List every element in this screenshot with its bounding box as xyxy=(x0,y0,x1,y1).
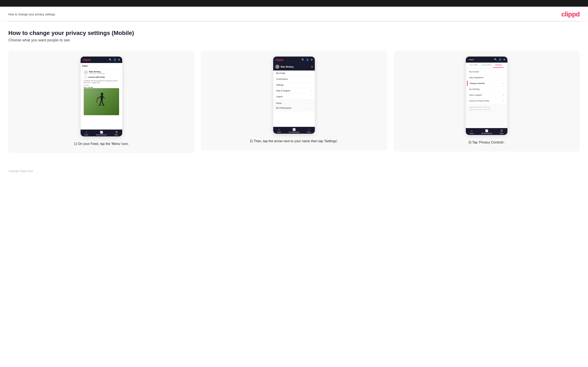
phone1-feed-label: Feed xyxy=(82,65,121,67)
phone2-help-support[interactable]: Help & Support ↗ xyxy=(273,88,315,94)
home-icon: ⌂ xyxy=(471,129,472,132)
phone2-nav-performance[interactable]: 📈 My Performance xyxy=(289,128,299,133)
tab-settings[interactable]: Settings xyxy=(493,63,503,67)
phone3-nav-menu[interactable]: ☰ Menu xyxy=(500,129,504,134)
phone2-my-profile[interactable]: My Profile xyxy=(273,70,315,76)
phone3-icons: 🔍 👤 ⚙ xyxy=(494,58,505,61)
performance-icon: 📈 xyxy=(100,131,103,134)
phone2-user-left: Blair McHarg xyxy=(275,65,294,69)
phone3-nav-home[interactable]: ⌂ Home xyxy=(470,129,474,134)
phone3-service-privacy[interactable]: Service & Privacy Policy ↗ xyxy=(467,98,506,104)
phone2-body: Blair McHarg ⇧ My Profile Connections Se… xyxy=(273,63,315,134)
phone2-home-label: Home xyxy=(277,131,281,133)
version-line1: Clippd Client Version: 2022.8.3-3 xyxy=(469,106,504,108)
phone2-connections[interactable]: Connections xyxy=(273,76,315,82)
phone1-body: Feed Blair McHarg Yesterday · Sunningdal… xyxy=(81,63,122,130)
step-2-card: clippd 🔍 👤 ⚙ Blair McHarg xyxy=(201,51,387,150)
tab-connections[interactable]: Connections xyxy=(480,63,493,67)
home-icon: ⌂ xyxy=(86,131,87,134)
phone2-mockup: clippd 🔍 👤 ⚙ Blair McHarg xyxy=(273,57,315,134)
phone1-nav-menu[interactable]: ☰ Menu xyxy=(114,131,118,136)
phone2-performance-label: My Performance xyxy=(289,131,299,133)
chevron-up-icon[interactable]: ⇧ xyxy=(311,66,313,68)
step1-caption: 1) On your Feed, tap the 'Menu' icon. xyxy=(74,142,129,146)
help-support-label: Help & Support xyxy=(469,94,482,96)
phone1-post: Blair McHarg Yesterday · Sunningdale Les… xyxy=(82,69,121,117)
phone1-user-row: Blair McHarg Yesterday · Sunningdale xyxy=(84,70,119,75)
menu-icon: ☰ xyxy=(501,129,503,132)
svg-line-2 xyxy=(97,96,101,99)
phone2-logout[interactable]: Logout xyxy=(273,94,315,100)
close-icon: ✕ xyxy=(308,128,310,131)
svg-line-6 xyxy=(102,100,103,105)
svg-point-0 xyxy=(101,93,103,95)
phone2-home-item[interactable]: Home ⌄ xyxy=(276,101,312,106)
settings-icon[interactable]: ⚙ xyxy=(311,58,313,61)
phone2-icons: 🔍 👤 ⚙ xyxy=(302,58,313,61)
page-subheading: Choose what you want people to see xyxy=(8,38,580,42)
phone1-nav-home[interactable]: ⌂ Home xyxy=(84,131,88,136)
performance-section-label: My Performance xyxy=(276,107,291,109)
steps-container: clippd 🔍 👤 ⚙ Feed Blai xyxy=(8,51,580,153)
step3-caption: 3) Tap 'Privacy Controls'. xyxy=(468,140,505,145)
svg-line-5 xyxy=(100,100,101,105)
logout-label: Logout xyxy=(276,95,283,98)
phone1-logo: clippd xyxy=(83,58,91,61)
phone3-my-account[interactable]: My Account › xyxy=(467,69,506,75)
phone1-golf-image xyxy=(84,88,119,115)
phone3-my-golf-bag[interactable]: My Golf Bag › xyxy=(467,86,506,92)
my-account-label: My Account xyxy=(469,71,479,73)
back-button[interactable]: < Back xyxy=(468,59,474,61)
phone1-performance-label: My Performance xyxy=(96,134,107,136)
phone3-help-support[interactable]: Help & Support ↗ xyxy=(467,92,506,98)
data-integrations-label: Data Integrations xyxy=(469,76,484,79)
footer: Copyright Clippd 2022 xyxy=(0,166,588,177)
phone2-user-row[interactable]: Blair McHarg ⇧ xyxy=(273,63,315,70)
user-icon[interactable]: 👤 xyxy=(306,58,309,61)
user-icon[interactable]: 👤 xyxy=(113,58,116,61)
chevron-down-icon-2: ⌄ xyxy=(310,107,312,109)
chevron-down-icon: ⌄ xyxy=(310,102,312,104)
connections-label: Connections xyxy=(276,78,288,80)
phone2-user-avatar xyxy=(275,65,279,69)
phone3-bottom-nav: ⌂ Home 📈 My Performance ☰ Menu xyxy=(466,128,507,135)
phone2-nav-menu[interactable]: ✕ Menu xyxy=(307,128,311,133)
settings-icon[interactable]: ⚙ xyxy=(503,58,505,61)
step-1-card: clippd 🔍 👤 ⚙ Feed Blai xyxy=(8,51,194,153)
phone3-privacy-controls[interactable]: Privacy Controls › xyxy=(467,81,506,86)
phone1-mockup: clippd 🔍 👤 ⚙ Feed Blai xyxy=(81,57,122,136)
logo[interactable]: clippd xyxy=(561,10,580,18)
phone2-performance-item[interactable]: My Performance ⌄ xyxy=(276,106,312,110)
svg-point-8 xyxy=(103,105,104,106)
chevron-right-icon: › xyxy=(503,88,504,90)
external-link-icon: ↗ xyxy=(311,90,312,92)
phone3-body: My Account › Data Integrations › Privacy… xyxy=(466,68,507,128)
tab-my-profile[interactable]: My Profile xyxy=(468,63,480,67)
user-icon[interactable]: 👤 xyxy=(499,58,502,61)
settings-icon[interactable]: ⚙ xyxy=(118,58,120,61)
phone2-menu-label: Menu xyxy=(307,131,311,133)
phone2-nav-home[interactable]: ⌂ Home xyxy=(277,128,281,133)
phone3-navbar: < Back 🔍 👤 ⚙ xyxy=(466,57,507,63)
phone2-settings[interactable]: Settings xyxy=(273,82,315,88)
phone1-duration-value: 01 hr : 30 min xyxy=(84,87,119,88)
search-icon[interactable]: 🔍 xyxy=(109,58,112,61)
phone3-home-label: Home xyxy=(470,133,474,134)
phone1-nav-performance[interactable]: 📈 My Performance xyxy=(96,131,107,136)
phone1-username: Blair McHarg xyxy=(89,71,105,73)
phone3-nav-performance[interactable]: 📈 My Performance xyxy=(481,129,492,134)
svg-line-4 xyxy=(97,99,97,102)
svg-rect-1 xyxy=(101,95,103,100)
phone1-lesson-row: Lesson with Fordy xyxy=(84,75,119,79)
search-icon[interactable]: 🔍 xyxy=(302,58,304,61)
copyright-text: Copyright Clippd 2022 xyxy=(8,170,33,173)
search-icon[interactable]: 🔍 xyxy=(494,58,497,61)
main-content: How to change your privacy settings (Mob… xyxy=(0,21,588,166)
phone3-data-integrations[interactable]: Data Integrations › xyxy=(467,75,506,80)
top-bar xyxy=(0,0,588,7)
chevron-right-icon: › xyxy=(503,71,504,73)
step2-caption: 2) Then, tap the arrow next to your name… xyxy=(250,139,338,144)
phone1-post-text: Looking to feel like my hands are exitin… xyxy=(84,80,119,83)
phone1-lesson-icon xyxy=(84,75,87,79)
service-privacy-label: Service & Privacy Policy xyxy=(469,100,489,102)
